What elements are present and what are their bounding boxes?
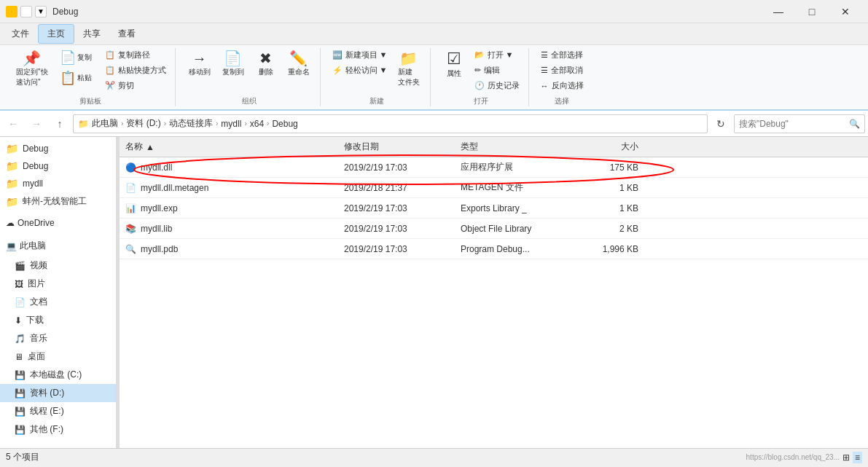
new-item-label: 新建项目 ▼	[345, 50, 388, 60]
documents-label: 文档	[30, 296, 47, 308]
up-button[interactable]: ↑	[50, 114, 70, 134]
onedrive-icon: ☁	[6, 218, 15, 228]
forward-button[interactable]: →	[26, 114, 47, 134]
sidebar-pictures[interactable]: 🖼 图片	[0, 275, 116, 293]
back-button[interactable]: ←	[3, 114, 23, 134]
copy-to-icon: 📄	[224, 51, 242, 66]
file-date-pdb: 2019/2/19 17:03	[338, 244, 455, 254]
menu-share[interactable]: 共享	[74, 25, 109, 43]
copy-button[interactable]: 📄 复制	[55, 48, 99, 67]
address-breadcrumb[interactable]: 📁 此电脑 › 资料 (D:) › 动态链接库 › mydll › x64 › …	[73, 114, 708, 133]
open-button[interactable]: 📂 打开 ▼	[472, 48, 523, 62]
breadcrumb-dll: 动态链接库	[169, 117, 213, 130]
pictures-label: 图片	[28, 278, 45, 290]
file-icon-pdb: 🔍	[125, 244, 136, 254]
sidebar-thispc[interactable]: 💻 此电脑	[0, 235, 116, 256]
col-header-size[interactable]: 大小	[571, 141, 644, 153]
sidebar-item-label: Debug	[23, 144, 48, 154]
col-header-date[interactable]: 修改日期	[338, 141, 455, 153]
menu-file[interactable]: 文件	[3, 25, 38, 43]
copy-path-button[interactable]: 📋 复制路径	[102, 48, 169, 62]
sidebar-onedrive[interactable]: ☁ OneDrive	[0, 213, 116, 232]
sidebar-item-debug1[interactable]: 📁 Debug	[0, 140, 116, 157]
rename-button[interactable]: ✏️ 重命名	[284, 48, 314, 80]
minimize-button[interactable]: —	[762, 0, 795, 23]
new-folder-button[interactable]: 📁 新建文件夹	[394, 48, 424, 90]
col-header-name[interactable]: 名称 ▲	[120, 141, 338, 153]
drive-f-label: 其他 (F:)	[30, 423, 63, 436]
refresh-button[interactable]: ↻	[711, 114, 731, 134]
sidebar-item-wireless[interactable]: 📁 蚌州-无线智能工	[0, 192, 116, 211]
app-icon-1	[6, 6, 17, 17]
title-bar: ▼ Debug — □ ✕	[0, 0, 868, 23]
file-row-exp[interactable]: 📊 mydll.exp 2019/2/19 17:03 Exports Libr…	[120, 198, 868, 219]
sidebar-drive-e[interactable]: 💾 线程 (E:)	[0, 402, 116, 420]
open-label: 打开	[474, 93, 488, 106]
pin-icon: 📌	[23, 51, 41, 66]
rename-label: 重命名	[288, 67, 310, 77]
file-list-area: 名称 ▲ 修改日期 类型 大小 🔵 mydll.dll 2019/2/19 17…	[120, 137, 868, 448]
sidebar-videos[interactable]: 🎬 视频	[0, 256, 116, 275]
file-type-pdb: Program Debug...	[455, 244, 571, 254]
select-none-label: 全部取消	[551, 65, 583, 76]
list-view-icon[interactable]: ⊞	[842, 452, 850, 463]
delete-icon: ✖	[259, 51, 272, 66]
sidebar-item-mydll[interactable]: 📁 mydll	[0, 175, 116, 192]
main-area: 📁 Debug 📁 Debug 📁 mydll 📁 蚌州-无线智能工 ☁ One…	[0, 137, 868, 448]
copy-to-button[interactable]: 📄 复制到	[218, 48, 249, 80]
sidebar-container: 📁 Debug 📁 Debug 📁 mydll 📁 蚌州-无线智能工 ☁ One…	[0, 137, 120, 448]
col-header-type[interactable]: 类型	[455, 141, 571, 153]
properties-button[interactable]: ☑ 属性	[439, 48, 469, 82]
menu-home[interactable]: 主页	[38, 24, 74, 44]
status-bar: 5 个项目 https://blog.csdn.net/qq_23... ⊞ ≡	[0, 448, 868, 466]
easy-access-button[interactable]: ⚡ 轻松访问 ▼	[329, 63, 391, 77]
cut-button[interactable]: ✂️ 剪切	[102, 79, 169, 93]
ribbon-group-new: 🆕 新建项目 ▼ ⚡ 轻松访问 ▼ 📁 新建文件夹 新建	[324, 48, 431, 106]
paste-shortcut-button[interactable]: 📋 粘贴快捷方式	[102, 63, 169, 77]
select-all-button[interactable]: ☰ 全部选择	[538, 48, 587, 62]
downloads-icon: ⬇	[15, 315, 22, 326]
file-row-dll[interactable]: 🔵 mydll.dll 2019/2/19 17:03 应用程序扩展 175 K…	[120, 157, 868, 178]
sidebar-music[interactable]: 🎵 音乐	[0, 329, 116, 348]
sidebar-downloads[interactable]: ⬇ 下载	[0, 311, 116, 329]
cut-icon: ✂️	[105, 81, 115, 90]
folder-icon: 📁	[6, 160, 18, 172]
close-button[interactable]: ✕	[829, 0, 862, 23]
copy-to-label: 复制到	[222, 67, 244, 77]
file-size-dll: 175 KB	[571, 162, 644, 173]
maximize-button[interactable]: □	[795, 0, 829, 23]
sidebar-drive-c[interactable]: 💾 本地磁盘 (C:)	[0, 366, 116, 384]
pin-quick-access-button[interactable]: 📌 固定到"快速访问"	[12, 48, 52, 90]
downloads-label: 下载	[26, 314, 44, 326]
music-label: 音乐	[30, 332, 47, 345]
sidebar-item-debug2[interactable]: 📁 Debug	[0, 157, 116, 175]
ribbon-group-organize: → 移动到 📄 复制到 ✖ 删除 ✏️ 重命名 组织	[179, 48, 321, 106]
paste-button[interactable]: 📋 粘贴	[55, 68, 99, 87]
videos-label: 视频	[30, 259, 47, 272]
sidebar-drive-d[interactable]: 💾 资料 (D:)	[0, 384, 116, 402]
select-none-button[interactable]: ☰ 全部取消	[538, 63, 587, 77]
sidebar-item-label: mydll	[23, 178, 43, 189]
move-to-button[interactable]: → 移动到	[184, 48, 215, 80]
sidebar-documents[interactable]: 📄 文档	[0, 293, 116, 311]
ribbon-open-buttons: ☑ 属性 📂 打开 ▼ ✏ 编辑 🕐 历史记录	[439, 48, 523, 93]
search-input[interactable]	[739, 119, 849, 129]
pin-label: 固定到"快速访问"	[16, 67, 48, 87]
detail-view-icon[interactable]: ≡	[853, 452, 862, 463]
file-row-lib[interactable]: 📚 mydll.lib 2019/2/19 17:03 Object File …	[120, 219, 868, 239]
drive-d-label: 资料 (D:)	[30, 387, 64, 399]
invert-select-button[interactable]: ↔ 反向选择	[538, 79, 587, 93]
sidebar-desktop[interactable]: 🖥 桌面	[0, 348, 116, 366]
breadcrumb-d: 资料 (D:)	[126, 117, 160, 130]
file-row-metagen[interactable]: 📄 mydll.dll.metagen 2019/2/18 21:37 META…	[120, 178, 868, 198]
menu-view[interactable]: 查看	[109, 25, 144, 43]
delete-button[interactable]: ✖ 删除	[251, 48, 281, 80]
new-item-button[interactable]: 🆕 新建项目 ▼	[329, 48, 391, 62]
file-name-lib: 📚 mydll.lib	[120, 224, 338, 234]
edit-button[interactable]: ✏ 编辑	[472, 63, 523, 77]
ribbon-group-open: ☑ 属性 📂 打开 ▼ ✏ 编辑 🕐 历史记录 打开	[434, 48, 529, 106]
sidebar-drive-f[interactable]: 💾 其他 (F:)	[0, 420, 116, 439]
file-row-pdb[interactable]: 🔍 mydll.pdb 2019/2/19 17:03 Program Debu…	[120, 239, 868, 259]
history-button[interactable]: 🕐 历史记录	[472, 79, 523, 93]
music-icon: 🎵	[15, 334, 26, 344]
